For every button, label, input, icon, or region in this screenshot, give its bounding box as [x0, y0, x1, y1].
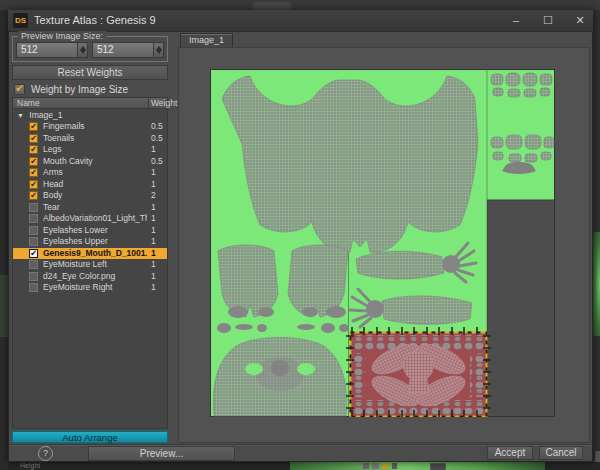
list-header: Name Weight — [13, 98, 167, 109]
list-item[interactable]: d24_Eye Color.png1 — [13, 271, 167, 283]
item-checkbox[interactable]: ✔ — [29, 157, 38, 166]
column-divider[interactable] — [148, 98, 149, 109]
item-weight: 1 — [151, 225, 156, 237]
item-name: Mouth Cavity — [43, 156, 147, 168]
item-name: d24_Eye Color.png — [43, 271, 147, 283]
weight-column-header[interactable]: Weight — [151, 98, 177, 109]
item-weight: 1 — [151, 144, 156, 156]
cancel-button[interactable]: Cancel — [539, 446, 583, 460]
accept-button[interactable]: Accept — [487, 446, 533, 460]
item-checkbox[interactable] — [29, 203, 38, 212]
weight-by-image-size-checkbox[interactable]: ✔ — [14, 84, 25, 95]
list-item[interactable]: ✔Body2 — [13, 190, 167, 202]
item-checkbox[interactable] — [29, 226, 38, 235]
item-weight: 1 — [151, 248, 156, 260]
item-weight: 1 — [151, 213, 156, 225]
name-column-header[interactable]: Name — [17, 98, 40, 109]
preview-image-size-label: Preview Image Size: — [18, 31, 106, 41]
item-name: Tear — [43, 202, 147, 214]
help-button[interactable]: ? — [38, 446, 53, 461]
image-width-stepper[interactable] — [77, 42, 88, 58]
background-toolbar-icon — [430, 463, 446, 470]
tree-root-image1[interactable]: ▼ Image_1 — [13, 110, 167, 121]
background-viewport-fragment-left — [0, 275, 8, 337]
maximize-button[interactable]: ☐ — [537, 11, 559, 30]
item-weight: 1 — [151, 271, 156, 283]
list-item[interactable]: ✔Legs1 — [13, 144, 167, 156]
list-item[interactable]: ✔Genesis9_Mouth_D_1001.jpg1 — [13, 248, 167, 260]
item-name: Toenails — [43, 133, 147, 145]
screen: Height DS Texture Atlas : Genesis 9 – ☐ … — [0, 0, 600, 470]
item-checkbox[interactable] — [29, 237, 38, 246]
item-checkbox[interactable] — [29, 260, 38, 269]
item-name: EyeMoisture Left — [43, 259, 147, 271]
item-name: Body — [43, 190, 147, 202]
item-checkbox[interactable] — [29, 272, 38, 281]
background-toolbar-icon — [372, 463, 379, 469]
item-name: EyeMoisture Right — [43, 282, 147, 294]
list-item[interactable]: Eyelashes Lower1 — [13, 225, 167, 237]
tab-image1[interactable]: Image_1 — [180, 33, 233, 47]
daz-studio-logo-icon: DS — [13, 13, 28, 28]
tree-root-label: Image_1 — [29, 110, 62, 120]
list-item[interactable]: Eyelashes Upper1 — [13, 236, 167, 248]
atlas-head-region[interactable] — [213, 338, 346, 417]
background-status-text: Height — [20, 462, 40, 470]
list-item[interactable]: ✔Mouth Cavity0.5 — [13, 156, 167, 168]
auto-arrange-button[interactable]: Auto Arrange — [12, 431, 168, 443]
close-button[interactable]: ✕ — [569, 11, 591, 30]
expander-triangle-icon[interactable]: ▼ — [17, 112, 24, 119]
list-item[interactable]: EyeMoisture Left1 — [13, 259, 167, 271]
question-icon: ? — [43, 448, 48, 458]
item-name: Genesis9_Mouth_D_1001.jpg — [43, 248, 147, 260]
item-checkbox[interactable]: ✔ — [29, 168, 38, 177]
item-checkbox[interactable]: ✔ — [29, 180, 38, 189]
reset-weights-button[interactable]: Reset Weights — [12, 65, 168, 80]
item-name: Legs — [43, 144, 147, 156]
item-weight: 0.5 — [151, 156, 163, 168]
item-weight: 1 — [151, 167, 156, 179]
item-name: Eyelashes Upper — [43, 236, 147, 248]
background-toolbar-icon — [382, 463, 388, 469]
preview-button[interactable]: Preview... — [88, 446, 235, 461]
list-item[interactable]: ✔Arms1 — [13, 167, 167, 179]
item-weight: 1 — [151, 259, 156, 271]
close-icon: ✕ — [575, 14, 584, 26]
item-checkbox[interactable]: ✔ — [29, 134, 38, 143]
item-weight: 1 — [151, 202, 156, 214]
image-height-stepper[interactable] — [153, 42, 164, 58]
background-toolbar-icon — [392, 463, 397, 469]
checkmark-icon: ✔ — [15, 82, 24, 95]
background-viewport-fragment-bottom — [290, 462, 545, 470]
list-item[interactable]: AlbedoVariation01_Light_Thin.jpg1 — [13, 213, 167, 225]
step-down-icon — [156, 50, 162, 54]
item-name: Fingernails — [43, 121, 147, 133]
atlas-preview-image — [210, 69, 555, 417]
list-item[interactable]: Tear1 — [13, 202, 167, 214]
background-app-tab-fragment — [253, 2, 291, 10]
item-checkbox[interactable] — [29, 214, 38, 223]
minimize-button[interactable]: – — [505, 11, 527, 30]
item-name: Head — [43, 179, 147, 191]
image-width-field[interactable]: 512 — [16, 42, 78, 58]
list-item[interactable]: EyeMoisture Right1 — [13, 282, 167, 294]
item-checkbox[interactable]: ✔ — [29, 145, 38, 154]
item-weight: 0.5 — [151, 121, 163, 133]
item-name: AlbedoVariation01_Light_Thin.jpg — [43, 213, 147, 225]
tree-rows: ✔Fingernails0.5✔Toenails0.5✔Legs1✔Mouth … — [13, 121, 167, 294]
image-height-field[interactable]: 512 — [92, 42, 154, 58]
list-item[interactable]: ✔Toenails0.5 — [13, 133, 167, 145]
item-checkbox[interactable]: ✔ — [29, 191, 38, 200]
item-name: Arms — [43, 167, 147, 179]
item-weight: 1 — [151, 179, 156, 191]
list-item[interactable]: ✔Fingernails0.5 — [13, 121, 167, 133]
item-weight: 2 — [151, 190, 156, 202]
item-checkbox[interactable]: ✔ — [29, 249, 38, 258]
maximize-icon: ☐ — [543, 14, 553, 26]
item-checkbox[interactable]: ✔ — [29, 122, 38, 131]
list-item[interactable]: ✔Head1 — [13, 179, 167, 191]
surface-weight-list[interactable]: Name Weight ▼ Image_1 ✔Fingernails0.5✔To… — [12, 97, 168, 429]
item-checkbox[interactable] — [29, 283, 38, 292]
atlas-mouth-region-selected[interactable] — [346, 327, 491, 417]
step-down-icon — [80, 50, 86, 54]
